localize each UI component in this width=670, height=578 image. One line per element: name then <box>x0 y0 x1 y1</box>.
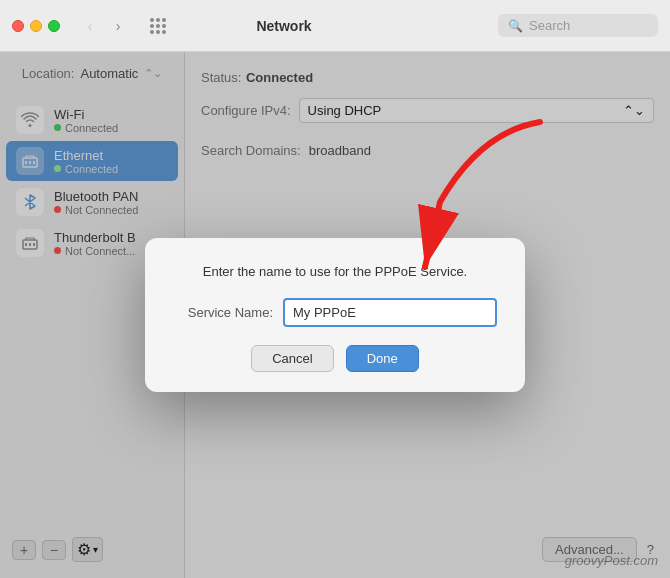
dialog-buttons: Cancel Done <box>173 345 497 372</box>
done-button[interactable]: Done <box>346 345 419 372</box>
cancel-button[interactable]: Cancel <box>251 345 333 372</box>
dialog-field-row: Service Name: <box>173 298 497 327</box>
dialog: Enter the name to use for the PPPoE Serv… <box>145 238 525 392</box>
service-name-input[interactable] <box>283 298 497 327</box>
search-bar[interactable]: 🔍 Search <box>498 14 658 37</box>
traffic-lights <box>12 20 60 32</box>
main-content: Location: Automatic ⌃⌄ Wi-Fi <box>0 52 670 578</box>
dialog-overlay: Enter the name to use for the PPPoE Serv… <box>0 52 670 578</box>
search-placeholder: Search <box>529 18 570 33</box>
dialog-message: Enter the name to use for the PPPoE Serv… <box>173 262 497 282</box>
window-title: Network <box>80 18 488 34</box>
minimize-button[interactable] <box>30 20 42 32</box>
titlebar: ‹ › Network 🔍 Search <box>0 0 670 52</box>
service-name-label: Service Name: <box>173 305 273 320</box>
search-icon: 🔍 <box>508 19 523 33</box>
maximize-button[interactable] <box>48 20 60 32</box>
close-button[interactable] <box>12 20 24 32</box>
